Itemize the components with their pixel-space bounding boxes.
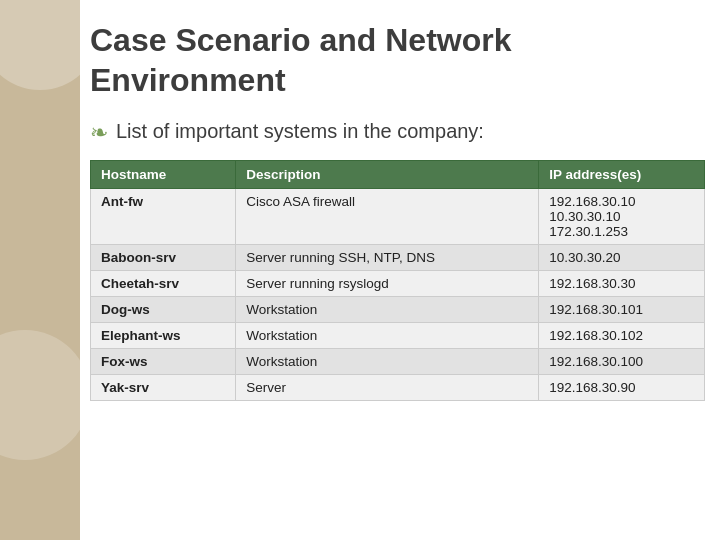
table-row: Yak-srvServer192.168.30.90 <box>91 375 705 401</box>
table-row: Ant-fwCisco ASA firewall192.168.30.1010.… <box>91 189 705 245</box>
cell-ip: 192.168.30.101 <box>539 297 705 323</box>
slide-title: Case Scenario and Network Environment <box>90 20 705 100</box>
cell-description: Server <box>236 375 539 401</box>
table-row: Cheetah-srvServer running rsyslogd192.16… <box>91 271 705 297</box>
deco-circle-bottom <box>0 330 80 460</box>
bullet-icon: ❧ <box>90 120 108 146</box>
cell-description: Workstation <box>236 349 539 375</box>
cell-description: Server running SSH, NTP, DNS <box>236 245 539 271</box>
table-row: Fox-wsWorkstation192.168.30.100 <box>91 349 705 375</box>
systems-table: Hostname Description IP address(es) Ant-… <box>90 160 705 401</box>
cell-hostname: Ant-fw <box>91 189 236 245</box>
cell-hostname: Elephant-ws <box>91 323 236 349</box>
deco-circle-top <box>0 0 80 90</box>
table-row: Elephant-wsWorkstation192.168.30.102 <box>91 323 705 349</box>
cell-ip: 10.30.30.20 <box>539 245 705 271</box>
cell-hostname: Dog-ws <box>91 297 236 323</box>
cell-description: Workstation <box>236 297 539 323</box>
cell-ip: 192.168.30.1010.30.30.10172.30.1.253 <box>539 189 705 245</box>
decorative-sidebar <box>0 0 80 540</box>
cell-description: Server running rsyslogd <box>236 271 539 297</box>
table-row: Dog-wsWorkstation192.168.30.101 <box>91 297 705 323</box>
col-header-ip: IP address(es) <box>539 161 705 189</box>
cell-hostname: Baboon-srv <box>91 245 236 271</box>
table-header-row: Hostname Description IP address(es) <box>91 161 705 189</box>
cell-hostname: Cheetah-srv <box>91 271 236 297</box>
cell-ip: 192.168.30.102 <box>539 323 705 349</box>
bullet-item: ❧ List of important systems in the compa… <box>90 118 705 146</box>
col-header-description: Description <box>236 161 539 189</box>
col-header-hostname: Hostname <box>91 161 236 189</box>
cell-hostname: Fox-ws <box>91 349 236 375</box>
table-row: Baboon-srvServer running SSH, NTP, DNS10… <box>91 245 705 271</box>
cell-description: Workstation <box>236 323 539 349</box>
cell-ip: 192.168.30.90 <box>539 375 705 401</box>
cell-hostname: Yak-srv <box>91 375 236 401</box>
cell-ip: 192.168.30.30 <box>539 271 705 297</box>
main-content: Case Scenario and Network Environment ❧ … <box>90 20 705 401</box>
bullet-text: List of important systems in the company… <box>116 118 484 144</box>
cell-ip: 192.168.30.100 <box>539 349 705 375</box>
cell-description: Cisco ASA firewall <box>236 189 539 245</box>
